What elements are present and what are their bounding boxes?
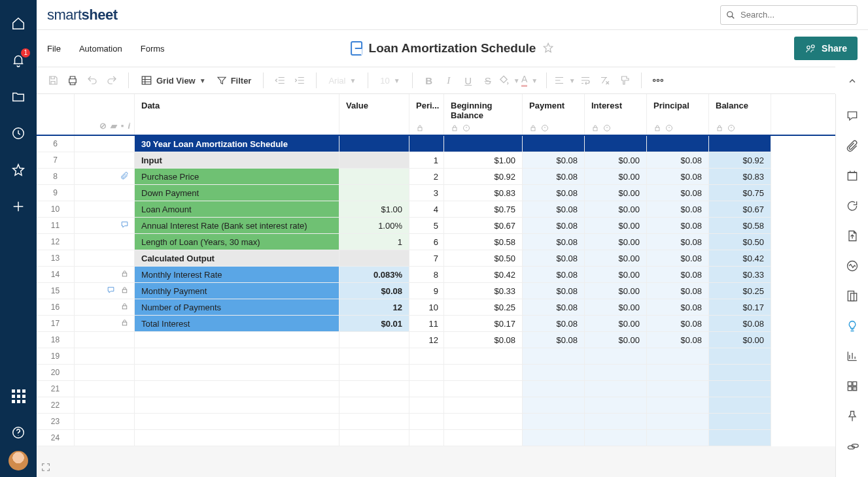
cell-balance[interactable]: $0.25 — [709, 283, 771, 299]
cell-interest[interactable]: $0.00 — [585, 218, 647, 234]
bold-button[interactable]: B — [419, 71, 439, 90]
col-balance[interactable]: Balance — [709, 94, 771, 135]
spreadsheet-grid[interactable]: ⊘ ▰ ▪ i Data Value Peri... Beginning Bal… — [37, 94, 835, 477]
table-row[interactable]: 12Length of Loan (Years, 30 max)16$0.58$… — [37, 234, 835, 250]
cell-period[interactable] — [409, 348, 444, 365]
favorite-star-icon[interactable] — [542, 42, 554, 56]
comment-icon[interactable] — [120, 220, 129, 231]
sheet-title[interactable]: Loan Amortization Schedule — [369, 41, 536, 56]
cell-interest[interactable]: $0.00 — [585, 152, 647, 169]
cell-data[interactable]: Purchase Price — [135, 169, 339, 185]
row-icon-cell[interactable] — [75, 299, 135, 316]
filter-button[interactable]: Filter — [211, 71, 257, 90]
cell-payment[interactable] — [523, 430, 585, 446]
cell-period[interactable] — [409, 136, 444, 152]
undo-button[interactable] — [82, 71, 102, 90]
fullscreen-icon[interactable] — [41, 462, 51, 474]
cell-data[interactable]: 30 Year Loan Amortization Schedule — [135, 136, 339, 152]
row-icon-cell[interactable] — [75, 185, 135, 201]
row-icon-cell[interactable] — [75, 234, 135, 250]
strikethrough-button[interactable]: S — [478, 71, 498, 90]
tips-icon[interactable] — [841, 315, 863, 337]
help-icon[interactable] — [5, 419, 31, 446]
table-row[interactable]: 23 — [37, 414, 835, 430]
save-button[interactable] — [43, 71, 63, 90]
cell-interest[interactable]: $0.00 — [585, 234, 647, 250]
cell-data[interactable]: Down Payment — [135, 185, 339, 201]
cell-value[interactable] — [339, 397, 409, 414]
brandfolder-icon[interactable] — [841, 435, 863, 457]
col-period[interactable]: Peri... — [409, 94, 444, 135]
cell-balance[interactable]: $0.83 — [709, 169, 771, 185]
cell-bbal[interactable]: $0.58 — [444, 234, 523, 250]
cell-principal[interactable] — [647, 414, 709, 430]
cell-bbal[interactable]: $1.00 — [444, 152, 523, 169]
font-select[interactable]: Arial▼ — [323, 71, 361, 90]
cell-data[interactable]: Loan Amount — [135, 201, 339, 218]
cell-period[interactable]: 6 — [409, 234, 444, 250]
cell-bbal[interactable] — [444, 381, 523, 397]
row-number[interactable]: 20 — [37, 365, 75, 381]
cell-period[interactable]: 10 — [409, 299, 444, 316]
cell-interest[interactable]: $0.00 — [585, 267, 647, 283]
font-size-select[interactable]: 10▼ — [375, 71, 405, 90]
redo-button[interactable] — [102, 71, 122, 90]
cell-balance[interactable]: $0.17 — [709, 299, 771, 316]
cell-data[interactable]: Monthly Interest Rate — [135, 267, 339, 283]
cell-principal[interactable]: $0.08 — [647, 234, 709, 250]
row-icon-cell[interactable] — [75, 316, 135, 332]
cell-payment[interactable]: $0.08 — [523, 267, 585, 283]
cell-data[interactable]: Calculated Output — [135, 250, 339, 267]
format-painter-button[interactable] — [615, 71, 634, 90]
cell-interest[interactable]: $0.00 — [585, 201, 647, 218]
cell-payment[interactable]: $0.08 — [523, 169, 585, 185]
cell-bbal[interactable] — [444, 365, 523, 381]
cell-bbal[interactable]: $0.08 — [444, 332, 523, 348]
cell-principal[interactable]: $0.08 — [647, 299, 709, 316]
cell-value[interactable]: $0.08 — [339, 283, 409, 299]
cell-value[interactable] — [339, 185, 409, 201]
apps-icon[interactable] — [5, 383, 31, 409]
cell-data[interactable] — [135, 381, 339, 397]
cell-principal[interactable] — [647, 136, 709, 152]
table-row[interactable]: 10Loan Amount$1.004$0.75$0.08$0.00$0.08$… — [37, 201, 835, 218]
row-icon-cell[interactable] — [75, 283, 135, 299]
cell-principal[interactable]: $0.08 — [647, 250, 709, 267]
cell-payment[interactable]: $0.08 — [523, 316, 585, 332]
cell-payment[interactable]: $0.08 — [523, 234, 585, 250]
row-number[interactable]: 10 — [37, 201, 75, 218]
cell-payment[interactable] — [523, 365, 585, 381]
cell-bbal[interactable] — [444, 136, 523, 152]
cell-interest[interactable] — [585, 397, 647, 414]
cell-data[interactable]: Input — [135, 152, 339, 169]
cell-data[interactable] — [135, 365, 339, 381]
cell-bbal[interactable] — [444, 397, 523, 414]
cell-period[interactable]: 12 — [409, 332, 444, 348]
cell-payment[interactable]: $0.08 — [523, 283, 585, 299]
cell-payment[interactable] — [523, 397, 585, 414]
cell-period[interactable]: 3 — [409, 185, 444, 201]
cell-value[interactable]: 12 — [339, 299, 409, 316]
cell-value[interactable]: 1.00% — [339, 218, 409, 234]
cell-value[interactable] — [339, 414, 409, 430]
cell-balance[interactable]: $0.08 — [709, 316, 771, 332]
cell-data[interactable]: Length of Loan (Years, 30 max) — [135, 234, 339, 250]
cell-bbal[interactable]: $0.17 — [444, 316, 523, 332]
row-icon-cell[interactable] — [75, 250, 135, 267]
cell-payment[interactable] — [523, 414, 585, 430]
user-avatar[interactable] — [9, 451, 28, 470]
cell-balance[interactable]: $0.75 — [709, 185, 771, 201]
cell-period[interactable]: 8 — [409, 267, 444, 283]
search-input[interactable] — [739, 9, 852, 20]
row-icon-cell[interactable] — [75, 332, 135, 348]
cell-value[interactable] — [339, 381, 409, 397]
cell-principal[interactable] — [647, 365, 709, 381]
print-button[interactable] — [63, 71, 82, 90]
cell-bbal[interactable]: $0.83 — [444, 185, 523, 201]
cell-bbal[interactable]: $0.50 — [444, 250, 523, 267]
cell-balance[interactable] — [709, 414, 771, 430]
cell-balance[interactable] — [709, 397, 771, 414]
row-number[interactable]: 8 — [37, 169, 75, 185]
cell-balance[interactable] — [709, 430, 771, 446]
cell-balance[interactable] — [709, 348, 771, 365]
